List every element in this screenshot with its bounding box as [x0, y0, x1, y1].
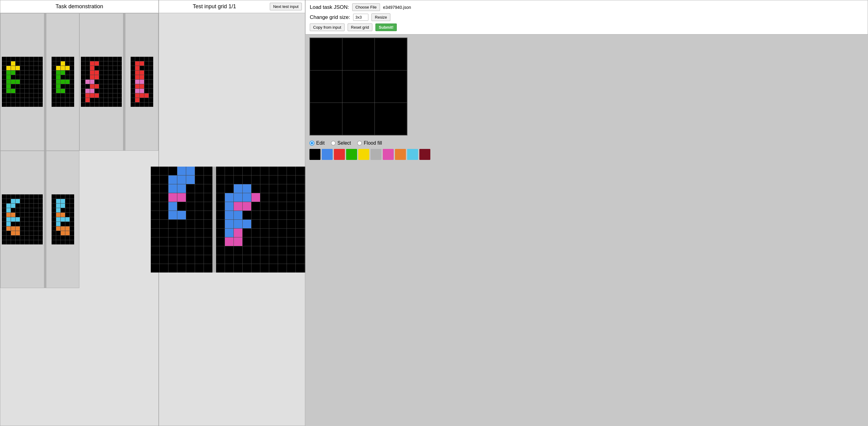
color-swatch-yellow[interactable] — [358, 149, 369, 160]
grid-separator — [44, 151, 46, 288]
grid-cell — [104, 102, 108, 107]
grid-cell — [61, 93, 65, 98]
grid-cell — [6, 70, 11, 75]
mode-edit[interactable]: Edit — [309, 141, 325, 146]
color-swatch-light-blue[interactable] — [407, 149, 418, 160]
radio-select[interactable] — [331, 141, 336, 146]
grid-cell — [234, 176, 242, 184]
grid-cell — [16, 98, 20, 102]
grid-cell — [140, 75, 144, 79]
grid-cell — [2, 89, 6, 93]
grid-cell — [234, 229, 242, 237]
color-swatch-maroon[interactable] — [420, 149, 430, 160]
color-swatch-blue[interactable] — [322, 149, 333, 160]
grid-cell — [216, 246, 225, 255]
grid-cell — [118, 80, 122, 84]
grid-cell — [104, 98, 108, 102]
grid-size-input[interactable] — [353, 14, 368, 21]
radio-flood[interactable] — [357, 141, 362, 146]
grid-cell — [269, 237, 278, 246]
grid-cell — [95, 61, 99, 66]
test-input-title: Test input grid 1/1 — [162, 3, 267, 10]
grid-cell — [2, 240, 6, 244]
grid-cell — [2, 80, 6, 84]
grid-cell — [216, 184, 225, 193]
color-swatch-gray[interactable] — [371, 149, 381, 160]
grid-cell — [25, 93, 29, 98]
grid-cell — [81, 80, 85, 84]
grid-cell — [113, 93, 117, 98]
grid-cell — [243, 255, 251, 264]
resize-button[interactable]: Resize — [371, 13, 390, 21]
mode-select[interactable]: Select — [331, 141, 351, 146]
grid-cell — [34, 61, 38, 66]
grid-cell — [278, 264, 287, 273]
next-test-button[interactable]: Next test input — [270, 3, 302, 10]
grid-cell — [260, 264, 269, 273]
test-grid-left[interactable] — [151, 166, 212, 273]
grid-cell — [95, 102, 99, 107]
grid-cell — [186, 255, 195, 264]
grid-cell — [287, 202, 296, 211]
grid-cell — [287, 184, 296, 193]
grid-cell — [151, 184, 159, 193]
copy-from-input-button[interactable]: Copy from input — [310, 24, 345, 31]
color-swatch-red[interactable] — [334, 149, 345, 160]
color-swatch-green[interactable] — [346, 149, 357, 160]
reset-grid-button[interactable]: Reset grid — [348, 24, 372, 31]
test-grid-right[interactable] — [216, 166, 313, 273]
grid-cell — [104, 93, 108, 98]
grid-cell — [131, 57, 135, 61]
grid-cell — [34, 75, 38, 79]
grid-cell — [225, 193, 234, 202]
grid-cell — [251, 166, 260, 175]
grid-cell — [296, 176, 304, 184]
grid-cell — [216, 237, 225, 246]
grid-cell — [16, 236, 20, 240]
grid-cell — [131, 102, 135, 107]
grid-cell — [29, 57, 34, 61]
grid-cell — [151, 176, 159, 184]
grid-cell — [99, 66, 103, 70]
color-swatch-orange[interactable] — [395, 149, 406, 160]
grid-cell — [6, 89, 11, 93]
grid-cell — [52, 89, 56, 93]
grid-cell — [65, 61, 70, 66]
grid-cell — [52, 66, 56, 70]
grid-cell — [251, 246, 260, 255]
grid-cell — [52, 93, 56, 98]
color-swatch-magenta[interactable] — [383, 149, 394, 160]
grid-cell — [52, 213, 56, 217]
radio-edit[interactable] — [309, 141, 314, 146]
grid-cell — [38, 222, 43, 226]
grid-cell — [195, 264, 204, 273]
grid-cell — [11, 204, 15, 208]
grid-cell — [61, 204, 65, 208]
grid-cell — [81, 102, 85, 107]
grid-cell — [310, 103, 342, 135]
grid-cell — [61, 75, 65, 79]
grid-cell — [86, 102, 90, 107]
submit-button[interactable]: Submit! — [375, 24, 397, 31]
grid-cell — [140, 98, 144, 102]
grid-size-label: Change grid size: — [310, 14, 350, 21]
grid-cell — [70, 240, 74, 244]
grid-cell — [29, 231, 34, 235]
grid-cell — [61, 70, 65, 75]
output-grid[interactable] — [310, 38, 407, 135]
color-swatch-black[interactable] — [309, 149, 320, 160]
grid-cell — [25, 222, 29, 226]
grid-cell — [131, 89, 135, 93]
grid-cell — [95, 66, 99, 70]
grid-cell — [2, 208, 6, 212]
grid-cell — [20, 208, 24, 212]
grid-cell — [52, 75, 56, 79]
choose-file-button[interactable]: Choose File — [352, 3, 380, 11]
grid-cell — [225, 202, 234, 211]
grid-cell — [16, 102, 20, 107]
grid-cell — [2, 204, 6, 208]
mode-flood[interactable]: Flood fill — [357, 141, 382, 146]
grid-cell — [160, 202, 168, 211]
grid-cell — [2, 199, 6, 203]
grid-cell — [113, 80, 117, 84]
